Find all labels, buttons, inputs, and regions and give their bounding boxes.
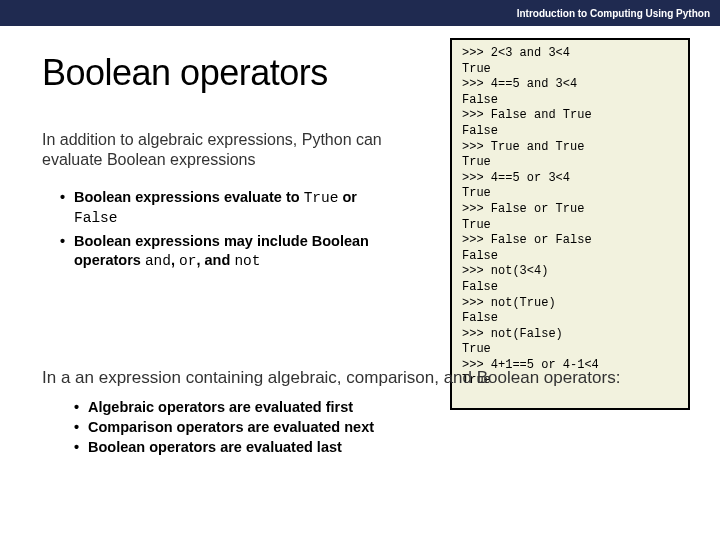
main-bullets: Boolean expressions evaluate to True or …	[42, 188, 402, 270]
footer-intro: In a an expression containing algebraic,…	[42, 368, 678, 388]
bullet-text: , and	[197, 252, 235, 268]
code-span: not	[234, 253, 260, 269]
code-span: False	[74, 210, 118, 226]
list-item: Boolean expressions evaluate to True or …	[60, 188, 402, 228]
code-span: and	[145, 253, 171, 269]
footer-bullets: Algebraic operators are evaluated first …	[42, 398, 678, 457]
code-span: True	[304, 190, 339, 206]
list-item: Comparison operators are evaluated next	[74, 418, 678, 438]
header-text: Introduction to Computing Using Python	[517, 8, 710, 19]
list-item: Boolean expressions may include Boolean …	[60, 232, 402, 271]
slide-title: Boolean operators	[42, 52, 678, 94]
content-area: Boolean operators In addition to algebra…	[0, 52, 720, 457]
bullet-text: or	[338, 189, 357, 205]
bullet-text: Boolean expressions evaluate to	[74, 189, 304, 205]
list-item: Algebraic operators are evaluated first	[74, 398, 678, 418]
bullet-text: ,	[171, 252, 179, 268]
code-span: or	[179, 253, 196, 269]
intro-text: In addition to algebraic expressions, Py…	[42, 130, 402, 170]
list-item: Boolean operators are evaluated last	[74, 438, 678, 458]
header-bar: Introduction to Computing Using Python	[0, 0, 720, 26]
